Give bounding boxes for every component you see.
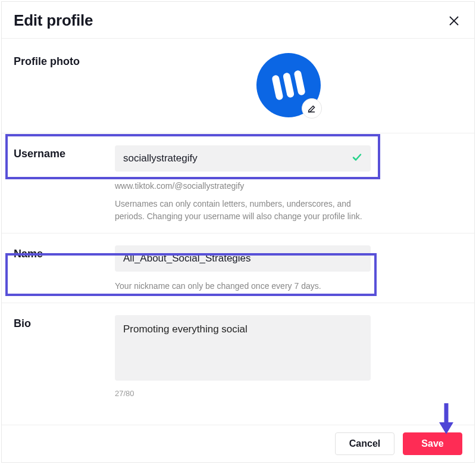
save-button[interactable]: Save	[403, 432, 462, 455]
profile-photo-section: Profile photo	[2, 39, 474, 133]
bio-textarea[interactable]	[115, 315, 371, 381]
close-button[interactable]	[446, 13, 462, 29]
checkmark-icon	[352, 152, 362, 165]
username-input[interactable]	[115, 145, 371, 172]
username-rules-hint: Usernames can only contain letters, numb…	[115, 198, 371, 222]
modal-footer: Cancel Save	[2, 425, 474, 462]
pencil-icon	[307, 104, 317, 113]
bio-section: Bio 27/80	[2, 303, 474, 409]
name-hint: Your nickname can only be changed once e…	[115, 280, 371, 292]
modal-header: Edit profile	[2, 2, 474, 39]
close-icon	[449, 15, 459, 26]
name-label: Name	[14, 245, 115, 292]
username-label: Username	[14, 145, 115, 222]
username-url-hint: www.tiktok.com/@sociallystrategify	[115, 180, 371, 192]
username-section: Username www.tiktok.com/@sociallystrateg…	[2, 133, 474, 233]
name-section: Name Your nickname can only be changed o…	[2, 233, 474, 303]
modal-title: Edit profile	[14, 11, 93, 30]
profile-photo-label: Profile photo	[14, 53, 115, 117]
bio-counter: 27/80	[115, 389, 371, 398]
name-input[interactable]	[115, 245, 371, 272]
edit-photo-button[interactable]	[302, 98, 322, 119]
avatar[interactable]	[256, 53, 321, 117]
bio-label: Bio	[14, 315, 115, 398]
edit-profile-modal: Edit profile Profile photo	[1, 1, 475, 463]
cancel-button[interactable]: Cancel	[335, 432, 394, 455]
